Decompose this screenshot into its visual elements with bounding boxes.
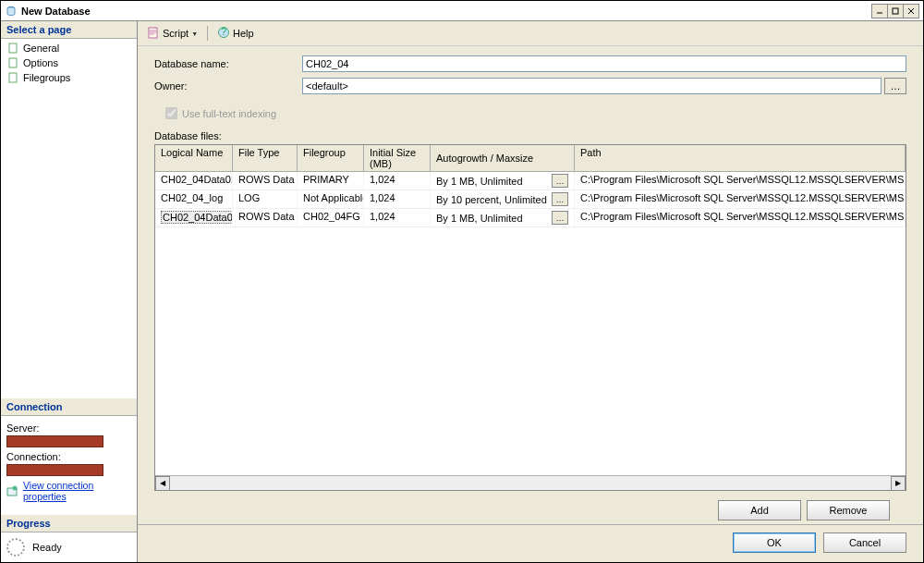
close-button[interactable]	[903, 4, 919, 18]
svg-rect-10	[149, 28, 157, 38]
horizontal-scrollbar[interactable]: ◀ ▶	[155, 475, 906, 490]
help-button[interactable]: ? Help	[213, 25, 258, 42]
cell-autogrowth[interactable]: By 1 MB, Unlimited…	[431, 172, 575, 190]
titlebar[interactable]: New Database	[1, 1, 923, 21]
minimize-button[interactable]	[871, 4, 888, 18]
svg-rect-6	[9, 58, 17, 67]
svg-text:?: ?	[221, 26, 226, 37]
properties-icon	[6, 484, 19, 497]
remove-button[interactable]: Remove	[807, 500, 890, 520]
database-icon	[5, 5, 18, 18]
scroll-right-icon[interactable]: ▶	[891, 476, 906, 491]
cell-initial-size[interactable]: 1,024	[364, 190, 431, 208]
col-logical-name[interactable]: Logical Name	[155, 145, 233, 171]
col-path[interactable]: Path	[575, 145, 906, 171]
ok-button[interactable]: OK	[733, 532, 816, 553]
cell-filegroup[interactable]: Not Applicable	[298, 190, 364, 208]
dialog-window: New Database Select a page General Optio…	[0, 0, 924, 563]
connection-header: Connection	[1, 398, 137, 416]
sidebar-item-options[interactable]: Options	[3, 55, 135, 70]
dialog-footer: OK Cancel	[138, 524, 923, 562]
maximize-button[interactable]	[887, 4, 904, 18]
window-title: New Database	[21, 6, 869, 17]
cell-logical-name[interactable]: CH02_04Data01	[155, 172, 233, 190]
cell-filegroup[interactable]: CH02_04FG	[298, 209, 364, 226]
cell-path[interactable]: C:\Program Files\Microsoft SQL Server\MS…	[575, 172, 906, 190]
connection-label: Connection:	[6, 451, 131, 462]
separator	[207, 26, 208, 41]
table-row[interactable]: CH02_04Data01 ROWS Data PRIMARY 1,024 By…	[155, 172, 906, 190]
cell-initial-size[interactable]: 1,024	[364, 172, 431, 190]
sidebar-item-general[interactable]: General	[3, 41, 135, 55]
cell-logical-name[interactable]: CH02_04Data02	[155, 209, 233, 226]
sidebar-item-filegroups[interactable]: Filegroups	[3, 70, 135, 85]
main-panel: Script ▼ ? Help Database name: Owner: …	[138, 21, 923, 562]
script-label: Script	[163, 28, 188, 39]
owner-input[interactable]	[302, 78, 881, 94]
cell-file-type[interactable]: ROWS Data	[233, 172, 298, 190]
script-icon	[147, 26, 160, 41]
fulltext-label: Use full-text indexing	[182, 108, 276, 119]
table-row[interactable]: CH02_04Data02 ROWS Data CH02_04FG 1,024 …	[155, 209, 906, 227]
sidebar: Select a page General Options Filegroups…	[1, 21, 138, 562]
database-files-grid: Logical Name File Type Filegroup Initial…	[154, 144, 906, 491]
autogrowth-browse-button[interactable]: …	[552, 211, 568, 225]
svg-rect-5	[9, 43, 17, 53]
table-row[interactable]: CH02_04_log LOG Not Applicable 1,024 By …	[155, 190, 906, 209]
toolbar: Script ▼ ? Help	[138, 21, 923, 46]
cell-path[interactable]: C:\Program Files\Microsoft SQL Server\MS…	[575, 209, 906, 226]
sidebar-item-label: General	[23, 43, 59, 54]
server-label: Server:	[6, 422, 131, 434]
fulltext-checkbox	[165, 107, 177, 119]
db-name-label: Database name:	[154, 58, 302, 69]
svg-point-9	[13, 486, 18, 491]
page-icon	[6, 42, 19, 55]
autogrowth-browse-button[interactable]: …	[552, 174, 568, 188]
scroll-left-icon[interactable]: ◀	[155, 476, 170, 491]
cell-logical-name[interactable]: CH02_04_log	[155, 190, 233, 208]
add-button[interactable]: Add	[718, 500, 801, 520]
owner-label: Owner:	[154, 80, 302, 92]
progress-header: Progress	[1, 515, 137, 532]
autogrowth-browse-button[interactable]: …	[552, 192, 568, 206]
view-connection-link[interactable]: View connection properties	[23, 480, 131, 502]
connection-value-redacted	[6, 464, 103, 476]
server-value-redacted	[6, 435, 103, 447]
cell-filegroup[interactable]: PRIMARY	[298, 172, 364, 190]
sidebar-item-label: Options	[23, 57, 58, 68]
help-label: Help	[233, 28, 254, 39]
col-filegroup[interactable]: Filegroup	[298, 145, 364, 171]
cell-file-type[interactable]: LOG	[233, 190, 298, 208]
page-icon	[6, 56, 19, 69]
cell-autogrowth[interactable]: By 1 MB, Unlimited…	[431, 209, 575, 226]
col-file-type[interactable]: File Type	[233, 145, 298, 171]
page-icon	[6, 71, 19, 84]
cell-path[interactable]: C:\Program Files\Microsoft SQL Server\MS…	[575, 190, 906, 208]
cell-file-type[interactable]: ROWS Data	[233, 209, 298, 226]
col-autogrowth[interactable]: Autogrowth / Maxsize	[431, 145, 575, 171]
svg-rect-2	[893, 8, 898, 14]
db-name-input[interactable]	[302, 55, 906, 72]
progress-spinner-icon	[6, 538, 25, 557]
help-icon: ?	[217, 26, 230, 41]
script-button[interactable]: Script ▼	[143, 25, 201, 42]
cell-initial-size[interactable]: 1,024	[364, 209, 431, 226]
col-initial-size[interactable]: Initial Size (MB)	[364, 145, 431, 171]
progress-status: Ready	[32, 542, 62, 553]
sidebar-item-label: Filegroups	[23, 72, 70, 83]
cell-autogrowth[interactable]: By 10 percent, Unlimited…	[431, 190, 575, 208]
svg-rect-7	[9, 73, 17, 82]
select-page-header: Select a page	[1, 21, 137, 39]
owner-browse-button[interactable]: …	[884, 78, 906, 94]
grid-label: Database files:	[154, 130, 906, 141]
cancel-button[interactable]: Cancel	[823, 532, 906, 553]
chevron-down-icon: ▼	[191, 31, 198, 37]
